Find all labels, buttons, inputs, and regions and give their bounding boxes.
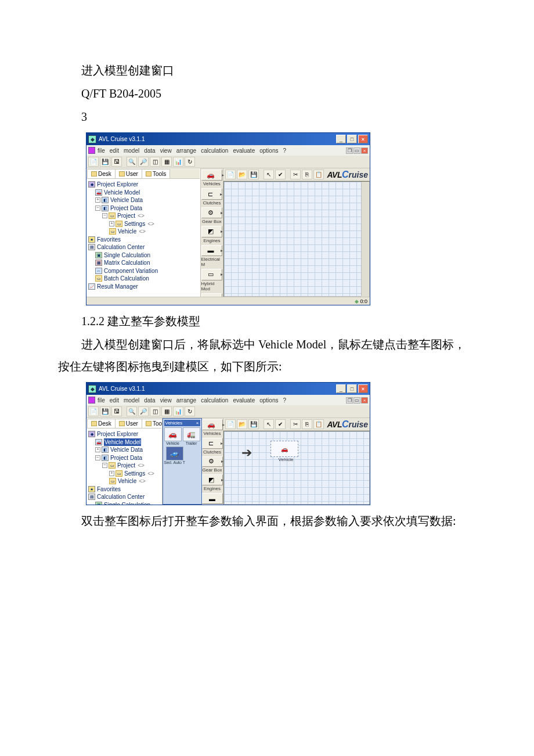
- popup-close-icon[interactable]: ×: [196, 420, 199, 426]
- tool-chart-icon[interactable]: 📊: [173, 157, 183, 167]
- tree-component-variation[interactable]: ↔Component Variation: [88, 267, 199, 275]
- palette-gearbox[interactable]: ⚙: [201, 207, 222, 218]
- tree-vehicle-model[interactable]: 🚗Vehicle Model: [88, 438, 160, 447]
- tab-tools[interactable]: Tools: [142, 169, 170, 178]
- tree-matrix-calc[interactable]: ▦Matrix Calculation: [88, 259, 199, 267]
- tool-r-save-icon[interactable]: 💾: [248, 170, 259, 179]
- tool-r-paste-icon[interactable]: 📋: [313, 419, 324, 429]
- tool-refresh-icon[interactable]: ↻: [185, 406, 195, 416]
- tab-user[interactable]: User: [115, 169, 142, 178]
- tool-new-icon[interactable]: 📄: [88, 157, 99, 167]
- tool-r-check-icon[interactable]: ✔: [275, 170, 286, 179]
- tree-favorites[interactable]: ★Favorites: [88, 236, 199, 244]
- menu-help[interactable]: ?: [283, 147, 286, 154]
- palette-more[interactable]: ▬: [202, 493, 223, 504]
- tool-save2-icon[interactable]: 🖫: [111, 157, 122, 167]
- tool-r-pointer-icon[interactable]: ↖: [264, 170, 274, 179]
- tool-save2-icon[interactable]: 🖫: [111, 406, 122, 416]
- tree-vehicle[interactable]: ▭Vehicle<>: [88, 477, 160, 485]
- mdi-maximize[interactable]: ▭: [353, 147, 360, 154]
- menu-data[interactable]: data: [144, 147, 155, 154]
- tab-desk[interactable]: Desk: [87, 169, 116, 178]
- menu-calculation[interactable]: calculation: [201, 397, 228, 404]
- tree-favorites[interactable]: ★Favorites: [88, 485, 160, 494]
- menu-options[interactable]: options: [259, 397, 278, 404]
- menu-view[interactable]: view: [160, 397, 172, 404]
- menu-view[interactable]: view: [160, 147, 172, 154]
- tree-result-manager[interactable]: 📈Result Manager: [88, 283, 199, 291]
- tool-r-open-icon[interactable]: 📂: [237, 419, 247, 429]
- mdi-close[interactable]: ×: [361, 397, 368, 404]
- menu-calculation[interactable]: calculation: [201, 147, 228, 154]
- menu-options[interactable]: options: [259, 147, 278, 154]
- maximize-button[interactable]: □: [347, 135, 357, 143]
- menu-model[interactable]: model: [124, 397, 139, 404]
- tree-settings[interactable]: +▭Settings<>: [88, 220, 199, 228]
- dropped-vehicle[interactable]: 🚗 Vehicle: [270, 441, 302, 462]
- menu-edit[interactable]: edit: [110, 397, 119, 404]
- tool-zoom-icon[interactable]: 🔍: [127, 406, 137, 416]
- tool-zoomfit-icon[interactable]: 🔎: [138, 157, 149, 167]
- minimize-button[interactable]: _: [336, 135, 346, 143]
- tool-r1-icon[interactable]: 📄: [225, 419, 236, 429]
- palette-vehicles[interactable]: 🚗: [201, 170, 222, 181]
- collapse-icon[interactable]: −: [95, 206, 100, 211]
- maximize-button[interactable]: □: [347, 384, 357, 393]
- tool-grid-icon[interactable]: ▦: [161, 406, 172, 416]
- tool-grid-icon[interactable]: ▦: [161, 157, 172, 167]
- tool-r-paste-icon[interactable]: 📋: [313, 170, 324, 179]
- tool-refresh-icon[interactable]: ↻: [185, 157, 195, 167]
- tool-r-save-icon[interactable]: 💾: [248, 419, 259, 429]
- collapse-icon[interactable]: −: [102, 213, 107, 218]
- expand-icon[interactable]: +: [109, 221, 114, 226]
- tool-r-open-icon[interactable]: 📂: [237, 170, 247, 179]
- mdi-maximize[interactable]: ▭: [353, 397, 360, 404]
- mdi-restore[interactable]: ❐: [346, 147, 353, 154]
- vehicle-block-icon[interactable]: 🚗: [270, 441, 298, 457]
- tool-r-copy-icon[interactable]: ⎘: [302, 419, 312, 429]
- palette-engines[interactable]: ◩: [202, 474, 223, 485]
- palette-clutches[interactable]: ⊏: [202, 438, 223, 449]
- palette-electrical[interactable]: ▬: [201, 245, 222, 256]
- tree-batch-calc[interactable]: ▭Batch Calculation: [88, 275, 199, 283]
- tool-save-icon[interactable]: 💾: [100, 157, 110, 167]
- close-button[interactable]: ×: [358, 384, 368, 393]
- menu-edit[interactable]: edit: [110, 147, 119, 154]
- tree-project-explorer[interactable]: ◆Project Explorer: [88, 430, 160, 438]
- mdi-restore[interactable]: ❐: [346, 397, 353, 404]
- tool-zoom-icon[interactable]: 🔍: [127, 157, 137, 167]
- popup-trailer-button[interactable]: 🚛: [183, 427, 200, 441]
- menu-arrange[interactable]: arrange: [176, 397, 196, 404]
- menu-help[interactable]: ?: [283, 397, 286, 404]
- tool-zoomfit-icon[interactable]: 🔎: [138, 406, 149, 416]
- tab-desk[interactable]: Desk: [87, 419, 116, 428]
- tab-user[interactable]: User: [115, 419, 142, 428]
- tree-vehicle-data[interactable]: +◧Vehicle Data: [88, 446, 160, 454]
- menu-model[interactable]: model: [124, 147, 139, 154]
- tool-r-cut-icon[interactable]: ✂: [290, 170, 301, 179]
- tree-project-data[interactable]: −◧Project Data: [88, 204, 199, 213]
- tree-settings[interactable]: +▭Settings<>: [88, 470, 160, 478]
- model-canvas[interactable]: [223, 181, 370, 305]
- tree-vehicle[interactable]: ▭Vehicle<>: [88, 228, 199, 236]
- tool-chart-icon[interactable]: 📊: [173, 406, 183, 416]
- minimize-button[interactable]: _: [336, 384, 346, 393]
- tool-save-icon[interactable]: 💾: [100, 406, 110, 416]
- tool-zoomarea-icon[interactable]: ◫: [150, 157, 160, 167]
- tree-single-calc[interactable]: ▣Single Calculation: [88, 501, 160, 505]
- palette-engines[interactable]: ◩: [201, 226, 222, 237]
- tool-r-pointer-icon[interactable]: ↖: [264, 419, 274, 429]
- tree-vehicle-model[interactable]: 🚗Vehicle Model: [88, 189, 199, 197]
- tree-calc-center[interactable]: ▤Calculation Center: [88, 243, 199, 251]
- tool-new-icon[interactable]: 📄: [88, 406, 99, 416]
- tool-zoomarea-icon[interactable]: ◫: [150, 406, 160, 416]
- tree-project[interactable]: −▭Project<>: [88, 212, 199, 220]
- menu-evaluate[interactable]: evaluate: [233, 147, 255, 154]
- tree-calc-center[interactable]: ▤Calculation Center: [88, 493, 160, 501]
- palette-clutches[interactable]: ⊏: [201, 188, 222, 199]
- tree-project[interactable]: −▭Project<>: [88, 462, 160, 470]
- palette-hybrid[interactable]: ▭: [201, 269, 222, 280]
- tree-single-calc[interactable]: ▣Single Calculation: [88, 251, 199, 260]
- tool-r-copy-icon[interactable]: ⎘: [302, 170, 312, 179]
- tree-project-data[interactable]: −◧Project Data: [88, 454, 160, 462]
